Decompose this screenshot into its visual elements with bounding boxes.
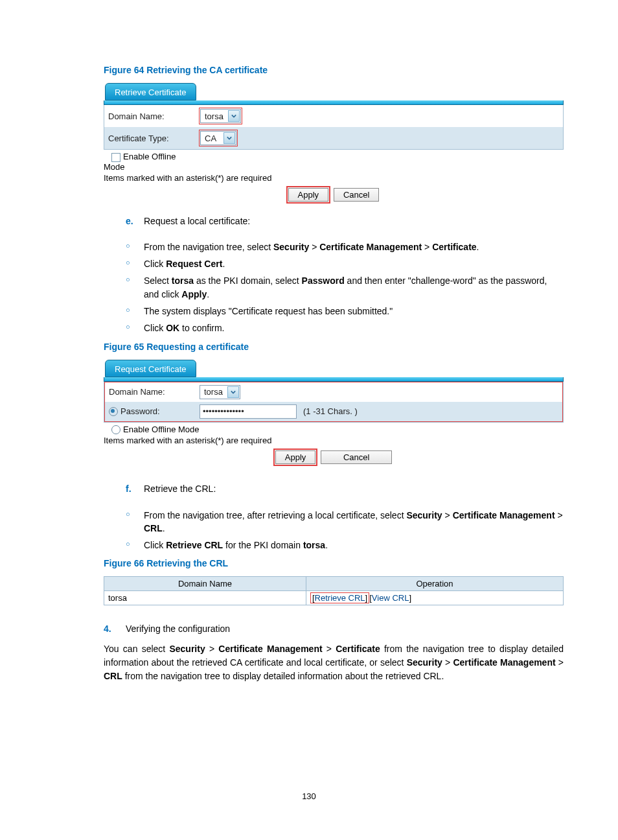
step-f-marker: f.	[126, 482, 144, 495]
step-e-4: The system displays "Certificate request…	[144, 305, 393, 318]
enable-offline-label: Enable Offline	[123, 152, 176, 161]
enable-offline-radio[interactable]	[111, 425, 120, 434]
retrieve-cert-tab[interactable]: Retrieve Certificate	[105, 83, 196, 100]
domain-name-select[interactable]: torsa	[200, 385, 240, 399]
bullet-icon	[126, 509, 144, 535]
table-row: torsa [Retrieve CRL][View CRL]	[104, 591, 564, 605]
bullet-icon	[126, 240, 144, 253]
cert-type-select[interactable]: CA	[200, 131, 236, 145]
step-e-3: Select torsa as the PKI domain, select P…	[144, 274, 564, 301]
chevron-down-icon	[228, 110, 240, 122]
apply-button[interactable]: Apply	[275, 450, 316, 464]
step-e-1: From the navigation tree, select Securit…	[144, 240, 479, 253]
cancel-button[interactable]: Cancel	[321, 450, 392, 464]
bullet-icon	[126, 539, 144, 552]
bullet-icon	[126, 321, 144, 334]
step-e-5: Click OK to confirm.	[144, 321, 224, 334]
apply-button[interactable]: Apply	[288, 188, 329, 202]
step-f-title: Retrieve the CRL:	[144, 482, 216, 495]
password-hint: (1 -31 Chars. )	[303, 406, 358, 416]
page-number: 130	[0, 791, 618, 801]
col-operation: Operation	[306, 577, 563, 591]
retrieve-cert-panel: Retrieve Certificate Domain Name: torsa …	[104, 83, 564, 202]
step-4-marker: 4.	[104, 622, 126, 635]
crl-table: Domain Name Operation torsa [Retrieve CR…	[104, 576, 564, 605]
mode-label: Mode	[104, 162, 564, 172]
password-radio[interactable]	[109, 407, 118, 416]
view-crl-link[interactable]: View CRL	[372, 593, 409, 603]
step-f-2: Click Retrieve CRL for the PKI domain to…	[144, 539, 328, 552]
bullet-icon	[126, 305, 144, 318]
figure-65-caption: Figure 65 Requesting a certificate	[104, 342, 564, 352]
step-e-2: Click Request Cert.	[144, 257, 225, 270]
request-cert-tab[interactable]: Request Certificate	[105, 360, 196, 377]
domain-name-label: Domain Name:	[108, 111, 199, 121]
bullet-icon	[126, 257, 144, 270]
cancel-button[interactable]: Cancel	[334, 188, 379, 202]
enable-offline-label: Enable Offline Mode	[123, 425, 200, 434]
cert-type-label: Certificate Type:	[108, 134, 199, 143]
step-e-marker: e.	[126, 215, 144, 228]
domain-name-label: Domain Name:	[109, 387, 200, 397]
domain-name-select[interactable]: torsa	[200, 109, 241, 123]
required-note: Items marked with an asterisk(*) are req…	[104, 436, 564, 445]
bullet-icon	[126, 274, 144, 301]
step-4-title: Verifying the configuration	[126, 622, 230, 635]
step-4-paragraph: You can select Security > Certificate Ma…	[104, 642, 564, 683]
cell-domain: torsa	[104, 591, 306, 605]
password-input[interactable]: ••••••••••••••	[200, 404, 297, 419]
col-domain: Domain Name	[104, 577, 306, 591]
step-f-1: From the navigation tree, after retrievi…	[144, 509, 564, 535]
retrieve-crl-link[interactable]: Retrieve CRL	[315, 593, 365, 603]
chevron-down-icon	[223, 132, 235, 144]
required-note: Items marked with an asterisk(*) are req…	[104, 173, 564, 183]
enable-offline-checkbox[interactable]	[111, 153, 120, 162]
request-cert-panel: Request Certificate Domain Name: torsa P…	[104, 360, 564, 465]
figure-66-caption: Figure 66 Retrieving the CRL	[104, 558, 564, 568]
password-label: Password:	[109, 406, 200, 417]
step-e-title: Request a local certificate:	[144, 215, 250, 228]
figure-64-caption: Figure 64 Retrieving the CA certificate	[104, 65, 564, 75]
chevron-down-icon	[227, 386, 239, 398]
